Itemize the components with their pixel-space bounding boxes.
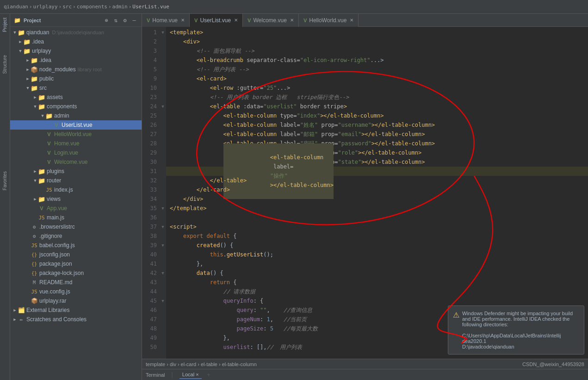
tree-item-gitignore[interactable]: ⚙ .gitignore [10, 231, 142, 241]
sb-el-table-column: el-table-column [222, 361, 257, 367]
ext-libs-icon: 🗂️ [18, 306, 25, 314]
tree-item-browserslist[interactable]: ⚙ .browserslistrc [10, 222, 142, 231]
tree-item-router[interactable]: 📁 router [10, 176, 142, 185]
folder-arrow [32, 94, 38, 100]
folder-arrow [12, 317, 18, 322]
tree-label-urlplayy-rar: urlplayy.rar [39, 298, 66, 304]
tab-helloworld-vue-badge: V [303, 18, 307, 23]
tree-item-qianduan[interactable]: 📁 qianduan D:\javadcode\qianduan [10, 28, 142, 37]
leaf-spacer [32, 206, 38, 211]
tree-item-idea1[interactable]: 📁 .idea [10, 37, 142, 46]
fold-19 [160, 194, 166, 204]
js-icon-index: JS [45, 186, 53, 193]
tree-item-app-vue[interactable]: V App.vue [10, 204, 142, 213]
left-tab-favorites[interactable]: Favorites [1, 169, 8, 192]
tree-label-app-vue: App.vue [47, 205, 67, 212]
tab-helloworld-close[interactable]: ✕ [350, 18, 353, 23]
tree-item-package-json[interactable]: {} package.json [10, 259, 142, 268]
terminal-tab-local[interactable]: Local × [179, 371, 202, 379]
folder-arrow [25, 85, 31, 91]
code-line-2: <div> [166, 37, 588, 46]
left-tab-project[interactable]: Project [1, 16, 8, 34]
fold-22[interactable]: ▼ [160, 222, 166, 231]
tree-item-main-js[interactable]: JS main.js [10, 213, 142, 222]
tab-welcome-vue[interactable]: V Welcome.vue ✕ [243, 14, 299, 27]
fold-27[interactable]: ▼ [160, 268, 166, 278]
tab-home-vue[interactable]: V Home.vue ✕ [142, 14, 190, 27]
code-line-23: <!-- 用户列表 border 边框 stripe隔行变色--> [166, 93, 588, 102]
folder-icon-router: 📁 [38, 177, 45, 184]
scratches-icon: ✏️ [18, 316, 25, 323]
tab-helloworld-vue[interactable]: V HelloWorld.vue ✕ [299, 14, 359, 27]
leaf-spacer [25, 224, 31, 230]
tab-userlist-vue[interactable]: V UserList.vue ✕ [190, 14, 243, 27]
fold-1[interactable]: ▼ [160, 28, 166, 37]
tree-item-idea2[interactable]: 📁 .idea [10, 56, 142, 65]
code-line-27: <el-table-column label= "邮箱" prop= "emai… [166, 130, 588, 139]
notification-panel: ⚠ Windows Defender might be impacting yo… [448, 305, 584, 355]
tree-item-src[interactable]: 📁 src [10, 83, 142, 93]
sidebar-add-icon[interactable]: ⊕ [103, 17, 110, 24]
json-icon-package: {} [31, 260, 38, 268]
sidebar-close-icon[interactable]: — [130, 17, 138, 24]
tree-item-public[interactable]: 📁 public [10, 74, 142, 83]
tree-item-urlplayy-rar[interactable]: 📦 urlplayy.rar [10, 296, 142, 305]
tree-item-vue-config[interactable]: JS vue.config.js [10, 287, 142, 296]
tree-item-login-vue[interactable]: V Login.vue [10, 148, 142, 157]
code-line-42: data () { [166, 268, 588, 278]
tree-item-welcome-vue[interactable]: V Welcome.vue [10, 157, 142, 167]
tree-item-assets[interactable]: 📁 assets [10, 93, 142, 102]
code-tag: <template> [170, 28, 203, 37]
tree-label-jsconfig: jsconfig.json [39, 251, 70, 258]
tree-item-helloworld-vue[interactable]: V HelloWorld.vue [10, 130, 142, 139]
tree-item-plugins[interactable]: 📁 plugins [10, 167, 142, 176]
status-breadcrumb: template › div › el-card › el-table › el… [146, 361, 520, 367]
code-line-41: }, [166, 259, 588, 268]
tree-item-userlist-vue[interactable]: V UserList.vue [10, 120, 142, 130]
tree-item-home-vue[interactable]: V Home.vue [10, 139, 142, 148]
tree-label-vue-config: vue.config.js [39, 288, 70, 295]
sidebar-gear-icon[interactable]: ⚙ [121, 17, 129, 24]
left-tab-structure[interactable]: Structure [1, 53, 8, 76]
tree-label-idea1: .idea [32, 38, 44, 45]
code-line-36 [166, 213, 588, 222]
tree-item-views[interactable]: 📁 views [10, 194, 142, 204]
leaf-spacer [25, 270, 31, 276]
fold-24[interactable]: ▼ [160, 241, 166, 250]
sidebar-sync-icon[interactable]: ⇅ [112, 17, 119, 24]
tab-userlist-close[interactable]: ✕ [234, 18, 238, 23]
sidebar-toolbar: ⊕ ⇅ ⚙ — [103, 17, 138, 24]
top-breadcrumb-bar: qianduan › urlplayy › src › components ›… [0, 0, 588, 14]
tab-welcome-close[interactable]: ✕ [290, 18, 294, 23]
js-icon-main: JS [38, 214, 45, 221]
tree-item-readme[interactable]: M README.md [10, 278, 142, 287]
fold-8 [160, 93, 166, 102]
folder-icon-idea1: 📁 [23, 38, 31, 45]
tree-item-urlplayy[interactable]: 📁 urlplayy [10, 46, 142, 56]
fold-9[interactable]: ▼ [160, 102, 166, 111]
sb-template: template [146, 361, 165, 367]
tree-label-assets: assets [47, 94, 63, 100]
fold-29 [160, 287, 166, 296]
fold-30[interactable]: ▼ [160, 296, 166, 305]
code-line-33: </el-card> [166, 185, 588, 194]
fold-7 [160, 83, 166, 93]
bc-qianduan: qianduan [4, 4, 28, 10]
tree-item-node-modules[interactable]: 📦 node_modules library root [10, 65, 142, 74]
tree-item-components[interactable]: 📁 components [10, 102, 142, 111]
json-icon-jsconfig: {} [31, 251, 38, 258]
tree-item-index-js[interactable]: JS index.js [10, 185, 142, 194]
tree-item-jsconfig[interactable]: {} jsconfig.json [10, 250, 142, 259]
tree-item-external-libs[interactable]: 🗂️ External Libraries [10, 305, 142, 315]
tree-item-scratches[interactable]: ✏️ Scratches and Consoles [10, 315, 142, 324]
tab-home-close[interactable]: ✕ [181, 18, 185, 23]
tabs-bar: V Home.vue ✕ V UserList.vue ✕ V Welcome.… [142, 14, 588, 27]
fold-15 [160, 157, 166, 167]
fold-20[interactable]: ▼ [160, 204, 166, 213]
tree-label-helloworld-vue: HelloWorld.vue [54, 131, 92, 137]
tree-item-admin[interactable]: 📁 admin [10, 111, 142, 120]
csdn-label: CSDN_@weixin_44953928 [522, 361, 584, 367]
tree-item-package-lock-json[interactable]: {} package-lock.json [10, 268, 142, 278]
tab-userlist-vue-label: UserList.vue [200, 17, 231, 24]
tree-item-babel-config[interactable]: JS babel.config.js [10, 241, 142, 250]
